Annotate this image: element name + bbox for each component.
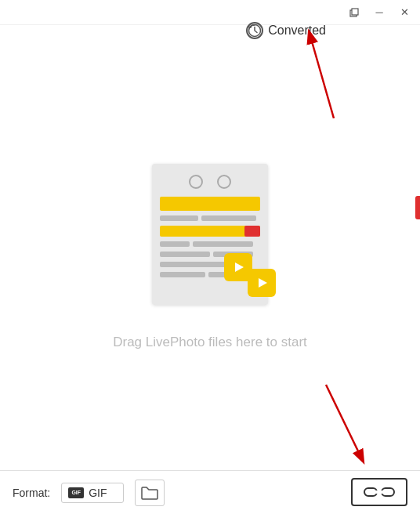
doc-line-gray-4 (193, 241, 253, 247)
converted-status[interactable]: Converted (246, 22, 326, 39)
gif-icon: GIF (68, 487, 84, 498)
convert-button[interactable] (351, 478, 407, 506)
doc-line-gray-2 (201, 215, 256, 221)
minimize-button[interactable]: ─ (367, 0, 392, 25)
titlebar: ─ ✕ (0, 0, 420, 25)
close-button[interactable]: ✕ (392, 0, 417, 25)
doc-line-red (244, 226, 260, 237)
document-preview (152, 164, 268, 305)
doc-circle-left (189, 175, 203, 189)
converted-label: Converted (268, 24, 326, 38)
doc-line-yellow-wide (160, 197, 260, 211)
doc-line-gray-1 (160, 215, 198, 221)
video-icon-drag (248, 269, 276, 297)
format-value: GIF (89, 487, 107, 499)
doc-line-group-1 (160, 197, 260, 211)
bottom-bar: Format: GIF GIF (0, 470, 420, 514)
drop-text: Drag LivePhoto files here to start (113, 335, 307, 350)
format-label: Format: (13, 487, 50, 499)
side-indicator (415, 196, 420, 219)
svg-rect-1 (352, 9, 358, 15)
folder-icon (141, 486, 158, 500)
doc-circles (152, 164, 268, 189)
doc-line-gray-8 (160, 272, 205, 277)
drop-area[interactable]: Drag LivePhoto files here to start (0, 47, 420, 467)
doc-circle-right (217, 175, 231, 189)
folder-button[interactable] (135, 480, 165, 506)
convert-icon (364, 483, 395, 501)
format-select[interactable]: GIF GIF (61, 483, 124, 503)
doc-line-gray-3 (160, 241, 190, 247)
doc-line-gray-5 (160, 252, 210, 257)
history-icon (246, 22, 263, 39)
restore-button[interactable] (342, 0, 367, 25)
doc-line-gray-7 (160, 262, 230, 267)
